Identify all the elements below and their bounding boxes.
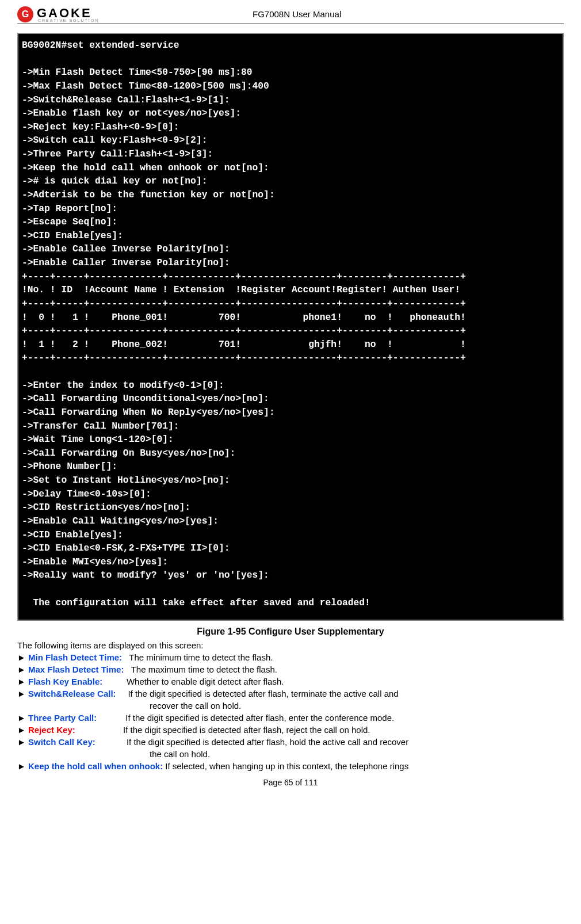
- parameter-name: Switch&Release Call:: [28, 689, 116, 698]
- parameter-description: If the digit specified is detected after…: [116, 689, 399, 698]
- parameter-description: The maximum time to detect the flash.: [124, 665, 277, 674]
- bullet-arrow-icon: ►: [17, 689, 28, 698]
- bullet-arrow-icon: ►: [17, 652, 28, 662]
- figure-caption: Figure 1-95 Configure User Supplementary: [17, 627, 564, 637]
- description-item: ► Switch&Release Call: If the digit spec…: [17, 689, 564, 698]
- parameter-name: Min Flash Detect Time:: [28, 652, 122, 662]
- terminal-output: BG9002N#set extended-service ->Min Flash…: [17, 33, 564, 621]
- parameter-name: Three Party Call:: [28, 713, 97, 723]
- parameter-description: If the digit specified is detected after…: [75, 725, 370, 735]
- document-title: FG7008N User Manual: [30, 9, 564, 19]
- page-header: G GAOKE CREATIVE SOLUTION FG7008N User M…: [17, 6, 564, 24]
- parameter-name: Reject Key:: [28, 725, 75, 735]
- parameter-description: If the digit specified is detected after…: [97, 713, 394, 723]
- parameter-name: Keep the hold call when onhook:: [28, 761, 163, 771]
- parameter-description: The minimum time to detect the flash.: [122, 652, 273, 662]
- parameter-name: Flash Key Enable:: [28, 677, 102, 686]
- page-number: Page 65 of 111: [17, 778, 564, 787]
- bullet-arrow-icon: ►: [17, 725, 28, 735]
- parameter-description-continued: the call on hold.: [150, 749, 564, 759]
- parameter-description: If selected, when hanging up in this con…: [163, 761, 408, 771]
- bullet-arrow-icon: ►: [17, 713, 28, 723]
- parameter-description-continued: recover the call on hold.: [150, 701, 564, 711]
- bullet-arrow-icon: ►: [17, 665, 28, 674]
- bullet-arrow-icon: ►: [17, 761, 28, 771]
- description-item: ► Reject Key: If the digit specified is …: [17, 725, 564, 735]
- parameter-name: Max Flash Detect Time:: [28, 665, 124, 674]
- intro-text: The following items are displayed on thi…: [17, 640, 564, 650]
- description-item: ► Switch Call Key: If the digit specifie…: [17, 737, 564, 747]
- brand-tagline: CREATIVE SOLUTION: [38, 18, 99, 22]
- parameter-description: If the digit specified is detected after…: [95, 737, 408, 747]
- description-item: ► Min Flash Detect Time: The minimum tim…: [17, 652, 564, 662]
- description-item: ► Flash Key Enable: Whether to enable di…: [17, 677, 564, 686]
- description-item: ► Keep the hold call when onhook: If sel…: [17, 761, 564, 771]
- parameter-name: Switch Call Key:: [28, 737, 95, 747]
- bullet-arrow-icon: ►: [17, 677, 28, 686]
- bullet-arrow-icon: ►: [17, 737, 28, 747]
- parameter-description: Whether to enable digit detect after fla…: [102, 677, 284, 686]
- description-item: ► Three Party Call: If the digit specifi…: [17, 713, 564, 723]
- description-item: ► Max Flash Detect Time: The maximum tim…: [17, 665, 564, 674]
